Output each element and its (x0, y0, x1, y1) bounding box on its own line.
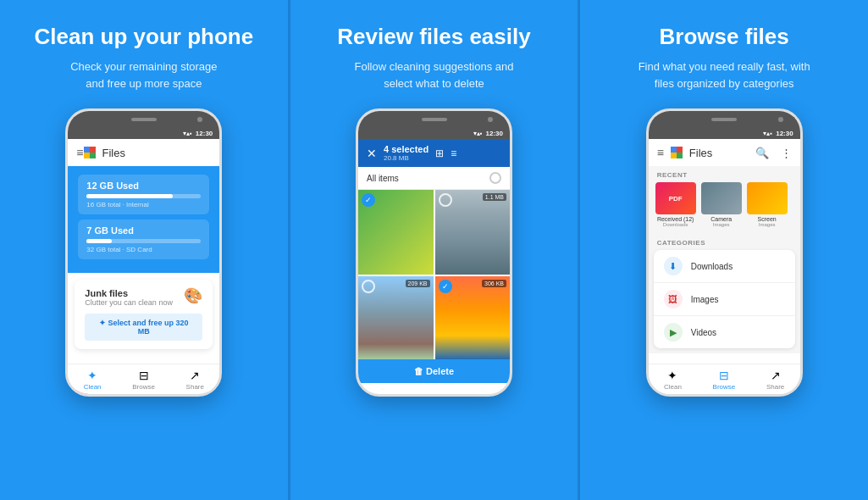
photo-cell-2[interactable]: 1.1 MB (435, 190, 511, 275)
time-3: 12:30 (776, 130, 793, 137)
panel-browse: Browse files Find what you need really f… (580, 0, 868, 500)
photo-grid: ✓ 1.1 MB 209 KB ✓ 306 KB (358, 190, 510, 359)
junk-card: Junk files Clutter you can clean now 🎨 ✦… (75, 280, 213, 349)
selection-count: 4 selected (384, 144, 428, 154)
recent-sub-3: Images (759, 222, 776, 227)
panel2-title: Review files easily (337, 24, 530, 50)
speaker-1 (131, 118, 157, 121)
cat-videos[interactable]: ▶ Videos (654, 316, 795, 348)
camera-2 (488, 117, 493, 122)
cat-images[interactable]: 🖼 Images (654, 283, 795, 316)
share-label-3: Share (766, 383, 784, 391)
all-items-label: All items (367, 174, 399, 183)
panel-review: Review files easily Follow cleaning sugg… (290, 0, 578, 500)
nav-browse-1[interactable]: ⊟ Browse (132, 369, 155, 391)
nav-clean-1[interactable]: ✦ Clean (84, 369, 102, 391)
check-1: ✓ (362, 193, 375, 207)
bottom-nav-3: ✦ Clean ⊟ Browse ↗ Share (649, 364, 800, 394)
storage-bar-fill-2 (86, 239, 112, 243)
search-icon-3[interactable]: 🔍 (755, 147, 769, 159)
time-2: 12:30 (486, 130, 503, 137)
storage-section: 12 GB Used 16 GB total · Internal 7 GB U… (68, 166, 219, 273)
nav-share-1[interactable]: ↗ Share (186, 369, 204, 391)
storage-sub-1: 16 GB total · Internal (86, 201, 201, 208)
nav-browse-3[interactable]: ⊟ Browse (713, 369, 736, 391)
clean-label-1: Clean (84, 383, 102, 391)
menu-icon-1[interactable]: ≡ (76, 146, 83, 159)
selection-bar: ✕ 4 selected 20.8 MB ⊞ ≡ (358, 139, 510, 167)
share-icon-3: ↗ (771, 369, 781, 382)
signal-icons-3: ▾▴▪ (763, 130, 772, 137)
browse-icon-1: ⊟ (139, 369, 149, 382)
storage-item-internal: 12 GB Used 16 GB total · Internal (78, 175, 209, 214)
svg-rect-2 (84, 153, 90, 158)
storage-bar-bg-2 (86, 239, 201, 243)
panel3-subtitle: Find what you need really fast, withfile… (639, 58, 810, 92)
recent-item-3[interactable]: Screen Images (747, 182, 788, 227)
speaker-3 (711, 118, 737, 121)
storage-sub-2: 32 GB total · SD Card (86, 246, 201, 253)
phone-mockup-1: ▾▴▪ 12:30 ≡ Files 12 GB Used 16 GB total… (65, 108, 222, 397)
junk-title: Junk files (85, 288, 173, 298)
nav-share-3[interactable]: ↗ Share (766, 369, 784, 391)
images-label: Images (691, 295, 719, 304)
clean-label-3: Clean (664, 383, 682, 391)
recent-thumb-3 (747, 182, 788, 214)
phone-notch-3 (649, 111, 800, 128)
camera-1 (197, 117, 202, 122)
storage-label-internal: 12 GB Used (86, 181, 201, 191)
svg-rect-6 (671, 153, 677, 158)
clean-icon-1: ✦ (87, 369, 97, 382)
select-all-circle[interactable] (489, 172, 501, 184)
images-icon: 🖼 (664, 290, 683, 308)
sort-icon[interactable]: ≡ (451, 147, 456, 159)
share-icon-1: ↗ (190, 369, 200, 382)
recent-label: RECENT (649, 166, 800, 182)
storage-label-sd: 7 GB Used (86, 225, 201, 236)
photo-cell-4[interactable]: ✓ 306 KB (435, 276, 511, 359)
panel1-title: Clean up your phone (35, 24, 254, 50)
photo-cell-3[interactable]: 209 KB (358, 276, 434, 359)
delete-btn[interactable]: 🗑 Delete (358, 359, 510, 383)
videos-icon: ▶ (664, 323, 683, 342)
more-icon-3[interactable]: ⋮ (781, 147, 792, 159)
recent-item-2[interactable]: Camera Images (701, 182, 742, 227)
all-items-bar: All items (358, 167, 510, 190)
time-1: 12:30 (196, 130, 213, 137)
svg-rect-5 (677, 147, 683, 153)
select-free-btn[interactable]: ✦ Select and free up 320 MB (85, 314, 202, 341)
photo-cell-1[interactable]: ✓ (358, 190, 434, 275)
grid-icon[interactable]: ⊞ (435, 147, 444, 159)
svg-rect-3 (90, 153, 96, 158)
circle-2 (362, 280, 375, 293)
share-label-1: Share (186, 383, 204, 391)
menu-icon-3[interactable]: ≡ (657, 146, 664, 159)
browse-label-1: Browse (132, 383, 155, 391)
camera-3 (778, 117, 783, 122)
signal-icons-1: ▾▴▪ (183, 130, 192, 137)
files-app-bar: ≡ Files 🔍 ⋮ (649, 139, 800, 166)
categories-label: CATEGORIES (649, 234, 800, 250)
app-bar-1: ≡ Files (68, 139, 219, 166)
browse-label-3: Browse (713, 383, 736, 391)
junk-sub: Clutter you can clean now (85, 298, 173, 307)
svg-rect-7 (677, 153, 683, 158)
close-selection-btn[interactable]: ✕ (367, 147, 377, 160)
panel1-subtitle: Check your remaining storageand free up … (70, 58, 217, 92)
recent-name-3: Screen (758, 216, 777, 222)
panel-clean: Clean up your phone Check your remaining… (0, 0, 288, 500)
recent-item-1[interactable]: PDF Received (12) Downloads (655, 182, 696, 227)
phone-notch-2 (358, 111, 510, 128)
recent-row: PDF Received (12) Downloads Camera Image… (649, 182, 800, 234)
storage-bar-bg-1 (86, 194, 201, 198)
files-logo-1 (84, 147, 96, 158)
nav-clean-3[interactable]: ✦ Clean (664, 369, 682, 391)
selection-size: 20.8 MB (384, 154, 428, 162)
storage-item-sd: 7 GB Used 32 GB total · SD Card (78, 219, 209, 259)
cat-downloads[interactable]: ⬇ Downloads (654, 250, 795, 283)
browse-icon-3: ⊟ (719, 369, 729, 382)
recent-name-2: Camera (710, 216, 732, 222)
recent-thumb-2 (701, 182, 742, 214)
clean-icon-3: ✦ (667, 369, 677, 382)
panel3-title: Browse files (660, 24, 789, 50)
